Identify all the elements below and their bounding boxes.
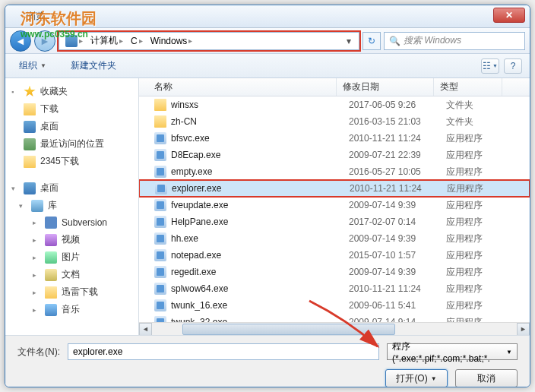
filename-label: 文件名(N):: [17, 346, 60, 359]
exe-icon: [154, 149, 166, 161]
sidebar-favorites-header[interactable]: ▪收藏夹: [5, 83, 138, 100]
sidebar[interactable]: ▪收藏夹 下载 桌面 最近访问的位置 2345下载 ▾桌面 ▾库 ▸Subver…: [5, 78, 139, 335]
sidebar-item-subversion[interactable]: ▸Subversion: [5, 214, 138, 231]
sidebar-item-downloads[interactable]: 下载: [5, 100, 138, 118]
sidebar-item-desktop[interactable]: 桌面: [5, 118, 138, 135]
forward-button[interactable]: ►: [34, 30, 55, 52]
open-button[interactable]: 打开(O) ▼: [385, 369, 448, 387]
file-name: splwow64.exe: [171, 283, 349, 294]
exe-icon: [154, 166, 166, 178]
file-date: 2017-06-05 9:26: [349, 100, 446, 110]
file-date: 2010-11-21 11:24: [350, 183, 447, 194]
file-row[interactable]: HelpPane.exe2017-02-07 0:14应用程序: [139, 213, 530, 230]
file-row[interactable]: D8Ecap.exe2009-07-21 22:39应用程序: [139, 147, 530, 163]
column-type[interactable]: 类型: [434, 78, 502, 96]
file-date: 2009-07-14 9:39: [349, 200, 446, 210]
file-row[interactable]: regedit.exe2009-07-14 9:39应用程序: [139, 264, 530, 280]
library-icon: [31, 200, 43, 212]
titlebar[interactable]: 浏览 ✕: [5, 5, 530, 28]
file-type: 应用程序: [446, 283, 514, 296]
sidebar-item-2345[interactable]: 2345下载: [5, 153, 138, 170]
file-row[interactable]: hh.exe2009-07-14 9:39应用程序: [139, 230, 530, 247]
file-date: 2010-11-21 11:24: [349, 283, 446, 294]
file-type: 文件夹: [446, 115, 514, 128]
sidebar-libraries-header[interactable]: ▾库: [5, 197, 138, 214]
exe-icon: [154, 299, 166, 311]
file-name: zh-CN: [171, 116, 349, 127]
file-date: 2009-07-14 9:39: [349, 233, 446, 244]
file-type: 应用程序: [446, 316, 514, 323]
filename-input[interactable]: [68, 343, 379, 360]
breadcrumb-item[interactable]: 计算机 ▸: [87, 33, 126, 49]
sidebar-item-music[interactable]: ▸音乐: [5, 301, 138, 318]
breadcrumb-item[interactable]: Windows ▸: [147, 34, 196, 48]
breadcrumb-item[interactable]: C ▸: [128, 34, 146, 48]
file-row[interactable]: bfsvc.exe2010-11-21 11:24应用程序: [139, 130, 530, 147]
address-dropdown[interactable]: ▾: [342, 36, 356, 46]
file-list[interactable]: winsxs2017-06-05 9:26文件夹zh-CN2016-03-15 …: [139, 96, 530, 322]
file-name: notepad.exe: [171, 250, 349, 261]
file-type: 应用程序: [446, 249, 514, 262]
file-name: winsxs: [171, 100, 349, 110]
file-type: 应用程序: [446, 132, 514, 145]
sidebar-item-video[interactable]: ▸视频: [5, 231, 138, 248]
folder-icon: [45, 286, 57, 299]
new-folder-button[interactable]: 新建文件夹: [65, 56, 122, 75]
folder-icon: [154, 99, 166, 111]
sidebar-item-recent[interactable]: 最近访问的位置: [5, 135, 138, 153]
sidebar-item-xunlei[interactable]: ▸迅雷下载: [5, 283, 138, 301]
file-row[interactable]: splwow64.exe2010-11-21 11:24应用程序: [139, 280, 530, 297]
scrollbar-thumb[interactable]: [182, 324, 395, 335]
exe-icon: [154, 132, 166, 144]
scroll-left-button[interactable]: ◄: [139, 323, 152, 336]
scroll-right-button[interactable]: ►: [517, 323, 530, 336]
file-row[interactable]: twunk_16.exe2009-06-11 5:41应用程序: [139, 297, 530, 314]
sidebar-desktop-header[interactable]: ▾桌面: [5, 179, 138, 197]
file-date: 2016-03-15 21:03: [349, 116, 446, 127]
toolbar: 组织 ▼ 新建文件夹 ☷▼ ?: [5, 54, 530, 78]
refresh-button[interactable]: ↻: [362, 32, 381, 50]
cancel-button[interactable]: 取消: [455, 369, 518, 387]
file-date: 2017-02-07 0:14: [349, 217, 446, 227]
file-type: 应用程序: [446, 216, 514, 229]
back-button[interactable]: ◄: [10, 30, 31, 52]
subversion-icon: [45, 217, 57, 229]
folder-icon: [24, 103, 36, 115]
column-name[interactable]: 名称: [139, 78, 337, 96]
recent-icon: [24, 138, 36, 150]
file-row[interactable]: explorer.exe2010-11-21 11:24应用程序: [139, 180, 530, 197]
help-button[interactable]: ?: [504, 58, 522, 74]
file-row[interactable]: fveupdate.exe2009-07-14 9:39应用程序: [139, 197, 530, 213]
file-type-filter[interactable]: 程序 (*.exe;*.pif;*.com;*.bat;*.▼: [387, 343, 518, 360]
horizontal-scrollbar[interactable]: ◄ ►: [139, 322, 530, 335]
file-row[interactable]: winsxs2017-06-05 9:26文件夹: [139, 96, 530, 113]
file-name: HelpPane.exe: [171, 217, 349, 227]
file-row[interactable]: notepad.exe2015-07-10 1:57应用程序: [139, 247, 530, 264]
file-row[interactable]: twunk_32.exe2009-07-14 9:14应用程序: [139, 314, 530, 322]
column-date[interactable]: 修改日期: [337, 78, 434, 96]
sidebar-item-pictures[interactable]: ▸图片: [5, 248, 138, 266]
navigation-bar: ◄ ► ▸ 计算机 ▸ C ▸ Windows ▸ ▾ ↻ 🔍 搜索 Windo…: [5, 28, 530, 54]
sidebar-item-documents[interactable]: ▸文档: [5, 266, 138, 283]
window-title: 浏览: [27, 10, 45, 23]
view-mode-button[interactable]: ☷▼: [481, 58, 499, 74]
address-bar[interactable]: ▸ 计算机 ▸ C ▸ Windows ▸ ▾: [59, 32, 359, 50]
file-name: empty.exe: [171, 166, 349, 177]
breadcrumb-root[interactable]: ▸: [62, 33, 86, 49]
file-type: 应用程序: [446, 166, 514, 179]
breadcrumb: ▸ 计算机 ▸ C ▸ Windows ▸: [62, 33, 195, 49]
organize-button[interactable]: 组织 ▼: [13, 56, 52, 75]
exe-icon: [154, 199, 166, 211]
video-icon: [45, 234, 57, 246]
file-row[interactable]: empty.exe2016-05-27 10:05应用程序: [139, 163, 530, 180]
document-icon: [45, 269, 57, 281]
exe-icon: [154, 249, 166, 261]
search-input[interactable]: 🔍 搜索 Windows: [384, 32, 525, 50]
file-row[interactable]: zh-CN2016-03-15 21:03文件夹: [139, 113, 530, 130]
search-icon: 🔍: [389, 36, 400, 46]
file-date: 2009-07-14 9:39: [349, 267, 446, 277]
file-type: 文件夹: [446, 99, 514, 112]
close-button[interactable]: ✕: [493, 8, 525, 23]
file-name: D8Ecap.exe: [171, 150, 349, 160]
file-date: 2009-07-21 22:39: [349, 150, 446, 160]
